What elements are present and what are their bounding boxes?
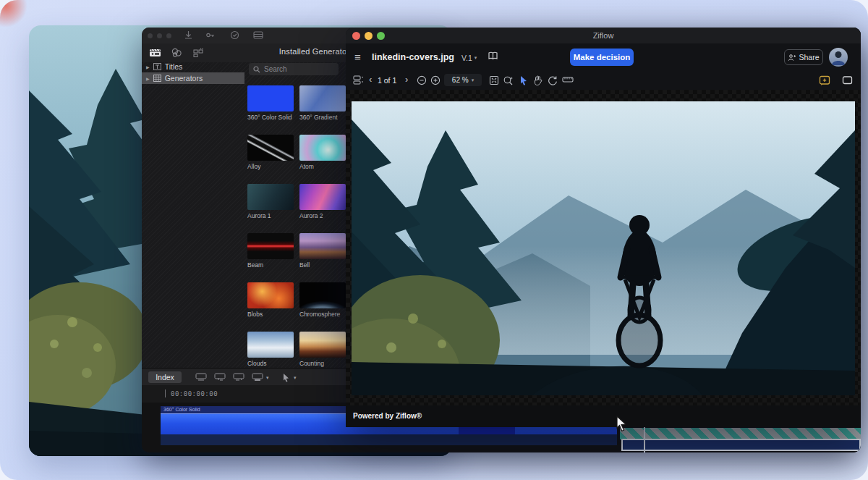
comments-panel-icon[interactable] bbox=[842, 75, 853, 85]
rotate-icon[interactable] bbox=[548, 75, 558, 85]
ziflow-view-toolbar: ‹ 1 of 1 › 62 % ▾ bbox=[346, 70, 861, 90]
minimize-button[interactable] bbox=[365, 32, 373, 40]
generator-cell[interactable]: Beam bbox=[247, 233, 294, 282]
share-label: Share bbox=[799, 53, 819, 62]
pan-tool-icon[interactable] bbox=[533, 75, 542, 85]
search-icon bbox=[253, 66, 260, 73]
generator-cell[interactable]: Atom bbox=[299, 135, 346, 184]
connect-clip-icon[interactable] bbox=[233, 373, 244, 382]
generator-thumb[interactable] bbox=[247, 282, 294, 308]
make-decision-button[interactable]: Make decision bbox=[570, 49, 634, 66]
window-title: Ziflow bbox=[346, 28, 861, 43]
search-placeholder: Search bbox=[264, 65, 287, 73]
effects-browser-icon[interactable] bbox=[171, 47, 182, 58]
proof-viewer bbox=[346, 90, 861, 405]
maximize-button[interactable] bbox=[377, 32, 385, 40]
sidebar-item-label: Titles bbox=[165, 62, 183, 71]
menu-icon[interactable]: ≡ bbox=[354, 51, 361, 62]
generator-thumb[interactable] bbox=[299, 233, 346, 259]
timeline-grid-icon[interactable] bbox=[253, 30, 263, 40]
generator-label: Clouds bbox=[247, 360, 294, 367]
overwrite-clip-icon[interactable] bbox=[252, 373, 263, 382]
measure-tool-icon[interactable] bbox=[562, 75, 574, 84]
mouse-cursor bbox=[615, 416, 629, 431]
generator-thumb[interactable] bbox=[299, 184, 346, 210]
timeline-selected-clip[interactable] bbox=[621, 439, 861, 451]
generator-thumb[interactable] bbox=[247, 135, 294, 161]
generator-cell[interactable]: 360° Color Solid bbox=[247, 85, 294, 135]
sidebar-item-titles[interactable]: ▶ Titles bbox=[142, 61, 244, 72]
generator-cell[interactable]: Aurora 2 bbox=[299, 184, 346, 233]
fit-to-screen-icon[interactable] bbox=[489, 75, 499, 85]
index-button[interactable]: Index bbox=[148, 371, 182, 383]
generator-thumb[interactable] bbox=[299, 332, 346, 358]
generators-browser-icon[interactable] bbox=[192, 47, 204, 58]
prev-page-icon[interactable]: ‹ bbox=[369, 75, 372, 84]
titles-icon bbox=[153, 63, 161, 70]
sidebar-item-label: Generators bbox=[165, 74, 203, 83]
generator-thumb[interactable] bbox=[247, 85, 294, 111]
generator-thumb[interactable] bbox=[299, 135, 346, 161]
proof-file-name: linkedin-covers.jpg bbox=[372, 52, 454, 62]
background-tasks-icon[interactable] bbox=[230, 30, 239, 40]
ziflow-footer: Powered by Ziflow® bbox=[346, 405, 861, 427]
generator-label: 360° Color Solid bbox=[247, 114, 294, 121]
sidebar-item-generators[interactable]: ▶ Generators bbox=[142, 72, 244, 84]
disclosure-icon[interactable]: ▶ bbox=[146, 64, 150, 70]
generator-cell[interactable]: Bell bbox=[299, 233, 346, 282]
proof-image[interactable] bbox=[352, 101, 855, 395]
generator-thumb[interactable] bbox=[299, 85, 346, 111]
next-page-icon[interactable]: › bbox=[405, 75, 408, 84]
pages-panel-icon[interactable] bbox=[353, 75, 364, 85]
append-clip-icon[interactable] bbox=[195, 373, 207, 382]
generator-label: Aurora 1 bbox=[247, 212, 294, 219]
generator-cell[interactable]: Blobs bbox=[247, 282, 294, 332]
version-selector[interactable]: V.1 ▾ bbox=[461, 54, 477, 62]
generator-cell[interactable]: 360° Gradient bbox=[299, 85, 346, 135]
keyword-icon[interactable] bbox=[205, 30, 216, 40]
page-indicator: 1 of 1 bbox=[378, 76, 396, 85]
fcp-minimize-button[interactable] bbox=[157, 33, 162, 38]
page-background: Installed Generators ⌄ ▶ Titles ▶ Genera… bbox=[0, 0, 868, 480]
zoom-in-icon[interactable] bbox=[430, 75, 441, 85]
arrow-tool-icon[interactable] bbox=[282, 373, 290, 382]
timeline-playhead[interactable] bbox=[644, 426, 645, 452]
compare-view-icon[interactable] bbox=[488, 51, 498, 62]
disclosure-icon[interactable]: ▶ bbox=[146, 76, 150, 81]
fcp-close-button[interactable] bbox=[148, 33, 153, 38]
generator-thumb[interactable] bbox=[299, 282, 346, 308]
generator-grid: 360° Color Solid 360° Gradient Alloy Ato… bbox=[247, 85, 347, 381]
powered-by-label: Powered by Ziflow® bbox=[353, 412, 422, 420]
generator-thumb[interactable] bbox=[247, 233, 294, 259]
search-field[interactable]: Search bbox=[249, 63, 339, 75]
timeline-clip-audio[interactable] bbox=[161, 434, 617, 445]
generator-thumb[interactable] bbox=[247, 184, 294, 210]
generator-cell[interactable]: Chromosphere bbox=[299, 282, 346, 332]
caret-down-icon: ▾ bbox=[475, 55, 477, 61]
close-button[interactable] bbox=[352, 32, 360, 40]
generator-label: Counting bbox=[299, 360, 346, 367]
user-avatar[interactable] bbox=[829, 48, 848, 67]
share-button[interactable]: Share bbox=[784, 49, 823, 65]
generator-label: Beam bbox=[247, 261, 294, 269]
generator-label: Bell bbox=[299, 261, 346, 269]
generators-icon bbox=[153, 75, 161, 82]
ziflow-window: Ziflow ≡ linkedin-covers.jpg V.1 ▾ Make … bbox=[346, 28, 861, 427]
ziflow-titlebar: Ziflow bbox=[346, 28, 861, 44]
zoom-value: 62 % bbox=[452, 76, 469, 84]
generator-thumb[interactable] bbox=[247, 332, 294, 358]
insert-clip-icon[interactable] bbox=[214, 373, 226, 382]
generator-cell[interactable]: Aurora 1 bbox=[247, 184, 294, 233]
generator-cell[interactable]: Alloy bbox=[247, 135, 294, 184]
tool-caret-icon[interactable]: ▾ bbox=[294, 375, 297, 381]
timeline-filmstrip[interactable] bbox=[620, 428, 861, 439]
select-tool-icon[interactable] bbox=[519, 75, 528, 85]
add-comment-icon[interactable] bbox=[819, 75, 830, 86]
import-icon[interactable] bbox=[184, 30, 193, 40]
pixel-zoom-icon[interactable] bbox=[503, 75, 514, 85]
media-browser-icon[interactable] bbox=[149, 47, 161, 58]
zoom-level-selector[interactable]: 62 % ▾ bbox=[444, 74, 482, 86]
zoom-out-icon[interactable] bbox=[417, 75, 427, 85]
tool-caret-icon[interactable]: ▾ bbox=[266, 375, 269, 381]
fcp-zoom-button[interactable] bbox=[166, 33, 171, 38]
